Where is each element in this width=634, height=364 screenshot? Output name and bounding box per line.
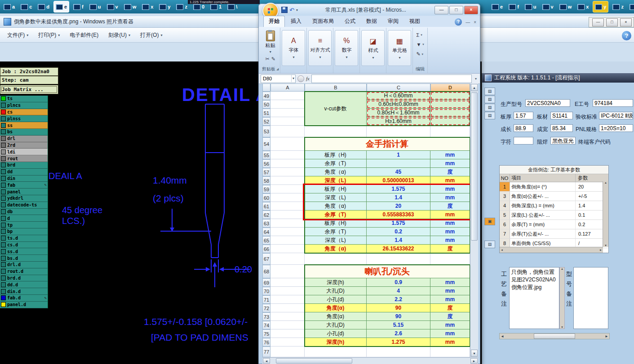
ribbon-group-button[interactable]: %数字▾ — [335, 30, 358, 66]
layer-name[interactable]: plncs — [7, 103, 21, 108]
layer-name[interactable]: drl.d — [7, 262, 21, 267]
layer-row[interactable]: rout.d — [0, 268, 48, 275]
sheet-cell[interactable] — [270, 126, 305, 137]
sheet-cell[interactable] — [270, 312, 305, 321]
sheet-cell[interactable]: 余厚（T) — [305, 228, 367, 236]
tool-icon[interactable]: ▤ — [484, 241, 495, 248]
tool-icon[interactable]: ▤ — [484, 112, 495, 119]
layer-row[interactable]: ss — [0, 122, 48, 129]
ribbon-tab[interactable]: 插入 — [286, 16, 306, 27]
row-header[interactable]: 52 — [262, 117, 270, 126]
app-window-icon[interactable] — [21, 4, 28, 10]
tool-icon[interactable]: ✎ — [416, 51, 420, 57]
ribbon-tab[interactable]: 审阅 — [383, 16, 403, 27]
taskbar-item[interactable]: y — [593, 1, 608, 13]
layer-name[interactable]: fab.d — [7, 295, 21, 300]
layer-row[interactable]: 2rd — [0, 142, 48, 149]
ribbon-group[interactable]: ≡对齐方式▾ — [307, 28, 333, 73]
sheet-cell[interactable]: 度 — [430, 202, 470, 211]
param-vscrollbar[interactable]: ▲ ▼ — [603, 181, 608, 247]
row-header[interactable]: 68 — [262, 265, 270, 278]
layer-row[interactable]: fab✎ — [0, 182, 48, 189]
layer-color-swatch[interactable] — [1, 156, 6, 161]
sheet-cell[interactable] — [430, 126, 470, 137]
tool-icon[interactable]: ▤ — [484, 104, 495, 111]
param-item[interactable]: 倒角深度(L) = (mm) — [510, 201, 576, 210]
menu-item[interactable]: 电子邮件(E) — [70, 31, 98, 39]
taskbar-item-label[interactable]: v — [551, 4, 554, 9]
sheet-cell[interactable] — [270, 117, 305, 126]
ribbon-group-icon[interactable]: A — [291, 37, 296, 45]
scroll-left-icon[interactable]: ◄ — [501, 249, 503, 251]
eng-hscrollbar[interactable]: ◄ ► — [499, 333, 610, 339]
param-row[interactable]: 1倒角角度(α)= (°)20 — [500, 182, 608, 192]
row-header[interactable]: 59 — [262, 185, 270, 193]
layer-color-swatch[interactable] — [1, 96, 6, 101]
sheet-cell[interactable]: 1.575 — [367, 185, 430, 193]
sheet-cell[interactable]: 余厚（T) — [305, 159, 367, 168]
scroll-left-icon[interactable]: ◄ — [501, 334, 504, 338]
layer-color-swatch[interactable] — [1, 116, 6, 121]
layer-color-swatch[interactable] — [1, 229, 6, 234]
insert-function-button[interactable] — [297, 75, 304, 82]
row-header[interactable]: 74 — [262, 321, 270, 329]
sheet-cell[interactable]: 0.500000013 — [367, 176, 430, 185]
field-input-model[interactable]: 2V2CS02NA0 — [525, 99, 570, 107]
sheet-cell[interactable]: 深度（L) — [305, 193, 367, 202]
sheet-cell[interactable] — [270, 193, 305, 202]
process-note-text[interactable]: 只倒角，倒角位置 见图2V2CS02NA0 倒角位置.jpg — [509, 267, 559, 329]
row-header[interactable]: 71 — [262, 295, 270, 304]
sheet-cell[interactable]: mm — [430, 176, 470, 185]
sheet-cell[interactable]: 板厚（H) — [305, 219, 367, 228]
close-button[interactable]: × — [620, 18, 632, 26]
row-header[interactable]: 67 — [262, 253, 270, 265]
sheet-cell[interactable]: mm — [430, 185, 470, 193]
taskbar-item-label[interactable]: 1 — [219, 4, 222, 9]
layer-color-swatch[interactable] — [1, 262, 6, 267]
sheet-cell[interactable]: 4 — [367, 287, 430, 295]
name-box[interactable]: D80 ▾ — [261, 75, 296, 83]
sheet-cell[interactable] — [430, 117, 470, 126]
row-header[interactable]: 62 — [262, 211, 270, 219]
layer-name[interactable]: ydkdrl — [7, 196, 23, 201]
sheet-cell-title[interactable]: 金手指计算 — [305, 137, 470, 151]
layer-row[interactable]: panel — [0, 189, 48, 195]
layer-color-swatch[interactable] — [1, 216, 6, 221]
layer-row[interactable]: ydkdrl — [0, 195, 48, 202]
sheet-cell[interactable] — [270, 278, 305, 287]
taskbar-item[interactable]: v — [541, 1, 555, 12]
sheet-cell[interactable]: mm — [430, 329, 470, 338]
layer-color-swatch[interactable] — [1, 129, 6, 134]
ribbon-tab[interactable]: 公式 — [340, 16, 360, 27]
layer-color-swatch[interactable] — [1, 209, 6, 214]
taskbar-item-label[interactable]: w — [133, 4, 137, 9]
layer-color-swatch[interactable] — [1, 295, 6, 300]
taskbar-item[interactable]: u — [523, 1, 538, 12]
chevron-down-icon[interactable]: ▾ — [474, 77, 478, 81]
cut-icon[interactable]: ✂ — [265, 56, 269, 62]
chevron-down-icon[interactable]: ▾ — [346, 55, 347, 59]
layer-color-swatch[interactable] — [1, 202, 6, 207]
sheet-cell[interactable]: 角度（α) — [305, 245, 367, 253]
layer-name[interactable]: panel.d — [7, 302, 26, 307]
close-button[interactable]: × — [464, 6, 478, 14]
sheet-cell[interactable]: 1 — [367, 151, 430, 159]
scrollbar-thumb[interactable] — [471, 92, 478, 241]
layer-name[interactable]: cs.d — [7, 242, 18, 247]
layer-color-swatch[interactable] — [1, 249, 6, 254]
excel-titlebar[interactable]: ↶ ▾ 常用工具.xls [兼容模式] - Micros... — □ × — [259, 4, 480, 16]
taskbar-item-label[interactable]: f — [517, 4, 519, 9]
taskbar-item-label[interactable]: x — [151, 4, 153, 9]
app-window-icon[interactable] — [492, 4, 499, 10]
taskbar-item[interactable]: x — [140, 1, 155, 12]
layer-color-swatch[interactable] — [1, 183, 6, 188]
layer-row[interactable]: brd.d — [0, 275, 48, 282]
layer-row[interactable]: ts.d — [0, 235, 48, 242]
app-window-icon[interactable] — [509, 4, 516, 10]
sheet-cell[interactable] — [305, 346, 367, 357]
param-hscrollbar[interactable]: ◄ ► — [500, 247, 603, 253]
sheet-cell[interactable] — [270, 295, 305, 304]
sheet-cell[interactable]: 0.555883363 — [367, 211, 430, 219]
app-window-icon[interactable] — [56, 4, 63, 10]
layer-name[interactable]: ldi — [7, 149, 15, 154]
